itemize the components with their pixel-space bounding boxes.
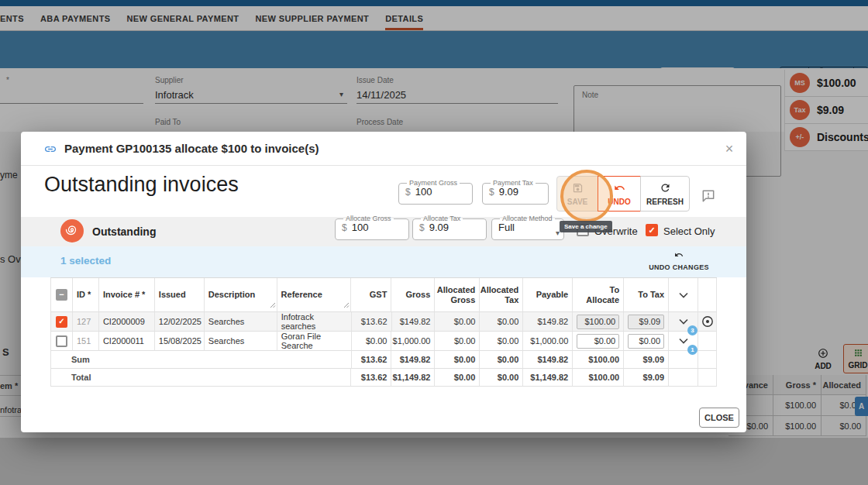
col-allocated-gross[interactable]: Allocated Gross <box>435 278 480 312</box>
dialog-title: Payment GP100135 allocate $100 to invoic… <box>64 142 319 155</box>
total-payable: $1,149.82 <box>523 369 573 387</box>
allocate-method-value: Full <box>498 222 515 233</box>
col-to-tax[interactable]: To Tax <box>624 278 669 312</box>
save-tooltip: Save a change <box>560 221 612 232</box>
cell-description: Searches <box>205 312 277 332</box>
total-gross: $1,149.82 <box>391 369 435 387</box>
column-resize-handle[interactable] <box>270 301 276 311</box>
cell-issued: 15/08/2025 <box>155 332 205 351</box>
cell-gst: $0.00 <box>352 332 392 351</box>
cell-to-allocate: $0.00 <box>573 332 624 351</box>
cell-payable: $1,000.00 <box>523 332 573 351</box>
row-expand-chevron[interactable]: 3 <box>669 312 698 332</box>
cell-description: Searches <box>205 332 277 351</box>
allocation-count-badge: 3 <box>687 325 698 335</box>
currency-prefix: $ <box>342 222 347 233</box>
sum-allocated-gross: $0.00 <box>435 351 480 369</box>
table-row[interactable]: ✓ 127 CI2000009 12/02/2025 Searches Info… <box>51 312 717 332</box>
row-checkbox[interactable]: ✓ <box>51 312 73 332</box>
currency-prefix: $ <box>419 222 425 233</box>
sum-row: Sum $13.62 $149.82 $0.00 $0.00 $149.82 $… <box>51 351 717 369</box>
cell-to-allocate: $100.00 <box>573 312 624 332</box>
currency-prefix: $ <box>489 187 494 198</box>
total-allocated-tax: $0.00 <box>480 369 523 387</box>
total-empty <box>669 369 698 387</box>
allocate-payment-dialog: Payment GP100135 allocate $100 to invoic… <box>21 132 746 432</box>
sum-empty <box>698 351 717 369</box>
cell-id: 151 <box>73 332 99 351</box>
currency-prefix: $ <box>405 187 411 198</box>
undo-changes-button[interactable]: UNDO CHANGES <box>641 249 717 271</box>
allocation-count-badge: 1 <box>687 345 698 355</box>
total-gst: $13.62 <box>351 369 391 387</box>
col-gross[interactable]: Gross <box>391 278 435 312</box>
undo-changes-label: UNDO CHANGES <box>649 263 709 271</box>
cell-gross: $1,000.00 <box>391 332 435 351</box>
total-label: Total <box>51 369 351 387</box>
outstanding-invoices-heading: Outstanding invoices <box>44 173 239 197</box>
col-invoice[interactable]: Invoice # * <box>99 278 155 312</box>
total-to-allocate: $100.00 <box>573 369 624 387</box>
col-gst[interactable]: GST <box>351 278 391 312</box>
cell-gross: $149.82 <box>392 312 436 332</box>
outstanding-invoices-table: − ID * Invoice # * Issued Description Re… <box>50 277 717 387</box>
sum-payable: $149.82 <box>523 351 573 369</box>
refresh-label: REFRESH <box>646 198 684 206</box>
target-icon[interactable] <box>698 312 717 332</box>
selection-bar <box>21 246 746 277</box>
to-allocate-input[interactable]: $100.00 <box>577 315 619 329</box>
app-window: ENTS ABA PAYMENTS NEW GENERAL PAYMENT NE… <box>0 0 868 485</box>
cell-allocated-tax: $0.00 <box>480 332 523 351</box>
selected-count: 1 selected <box>60 255 111 267</box>
column-resize-handle[interactable] <box>343 301 350 311</box>
total-row: Total $13.62 $1,149.82 $0.00 $0.00 $1,14… <box>51 369 717 387</box>
cell-to-tax: $0.00 <box>624 332 669 351</box>
undo-icon <box>614 182 625 195</box>
undo-icon <box>673 249 684 263</box>
allocate-gross-field[interactable]: Allocate Gross $100 <box>335 215 409 240</box>
col-payable[interactable]: Payable <box>523 278 573 312</box>
col-allocated-tax[interactable]: Allocated Tax <box>480 278 523 312</box>
allocate-tax-field[interactable]: Allocate Tax $9.09 <box>412 215 487 240</box>
col-description[interactable]: Description <box>205 278 277 312</box>
to-allocate-input[interactable]: $0.00 <box>577 334 619 349</box>
select-only-label: Select Only <box>663 225 715 237</box>
cell-gst: $13.62 <box>352 312 392 332</box>
sum-to-allocate: $100.00 <box>573 351 624 369</box>
table-row[interactable]: 151 CI2000011 15/08/2025 Searches Goran … <box>51 332 717 351</box>
select-all-checkbox[interactable]: − <box>51 278 73 312</box>
feedback-icon[interactable] <box>701 188 716 207</box>
total-empty <box>698 369 717 387</box>
payment-tax-field[interactable]: Payment Tax $9.09 <box>482 180 549 205</box>
cell-id: 127 <box>73 312 99 332</box>
cell-reference: Infotrack searches <box>277 312 352 332</box>
outstanding-spiral-icon <box>60 219 84 242</box>
sum-gross: $149.82 <box>391 351 435 369</box>
cell-reference: Goran File Searche <box>277 332 352 351</box>
col-reference[interactable]: Reference <box>277 278 352 312</box>
col-expand[interactable] <box>669 278 698 312</box>
cell-allocated-tax: $0.00 <box>480 312 523 332</box>
payment-gross-value: 100 <box>415 186 432 198</box>
dialog-header: Payment GP100135 allocate $100 to invoic… <box>21 132 746 166</box>
refresh-button[interactable]: REFRESH <box>640 176 690 212</box>
cell-allocated-gross: $0.00 <box>435 312 480 332</box>
payment-tax-value: 9.09 <box>499 186 518 198</box>
to-tax-input[interactable]: $0.00 <box>628 334 664 349</box>
col-id[interactable]: ID * <box>73 278 99 312</box>
to-tax-input[interactable]: $9.09 <box>628 315 664 329</box>
sum-gst: $13.62 <box>352 351 392 369</box>
select-only-checkbox[interactable]: ✓ <box>646 224 658 236</box>
row-checkbox[interactable] <box>51 332 73 351</box>
col-to-allocate[interactable]: To Allocate <box>573 278 624 312</box>
col-actions <box>698 278 717 312</box>
cell-payable: $149.82 <box>523 312 573 332</box>
cell-invoice: CI2000009 <box>99 312 155 332</box>
payment-gross-field[interactable]: Payment Gross $100 <box>398 180 473 205</box>
col-issued[interactable]: Issued <box>155 278 205 312</box>
total-allocated-gross: $0.00 <box>435 369 480 387</box>
close-icon[interactable]: × <box>720 139 739 158</box>
allocate-method-select[interactable]: Allocate Method Full ▾ <box>491 215 564 240</box>
close-button[interactable]: CLOSE <box>699 408 739 428</box>
total-to-tax: $9.09 <box>624 369 669 387</box>
